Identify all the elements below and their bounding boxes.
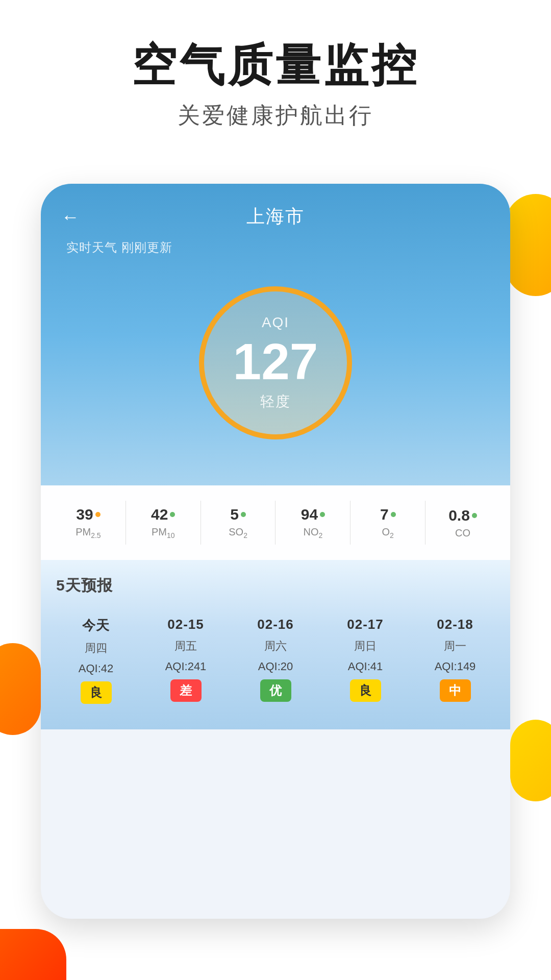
forecast-aqi-value: AQI:41: [348, 660, 383, 673]
sub-title: 关爱健康护航出行: [0, 101, 551, 131]
deco-circle-orange-top: [505, 194, 551, 296]
pollutant-dot: [241, 512, 246, 517]
aqi-circle-container: AQI 127 轻度: [41, 271, 510, 465]
nav-bar: ← 上海市: [41, 184, 510, 239]
header-area: 空气质量监控 关爱健康护航出行: [0, 0, 551, 151]
pollutant-dot: [472, 513, 477, 518]
deco-yellow-bottom-right: [510, 720, 551, 801]
pollutant-item: 7O2: [350, 501, 425, 545]
sky-section: ← 上海市 实时天气 刚刚更新 AQI 127 轻度: [41, 184, 510, 485]
forecast-grid: 今天周四AQI:42良02-15周五AQI:241差02-16周六AQI:20优…: [51, 611, 500, 709]
aqi-desc: 轻度: [260, 392, 291, 411]
forecast-col: 02-16周六AQI:20优: [231, 611, 320, 709]
pollutant-value: 94: [301, 506, 318, 523]
pollutant-value: 7: [380, 506, 389, 523]
deco-red-bottom-left: [0, 929, 66, 980]
pollutant-item: 42PM10: [126, 501, 201, 545]
back-button[interactable]: ←: [61, 206, 80, 228]
pollutant-value: 5: [230, 506, 239, 523]
forecast-date: 今天: [82, 617, 110, 634]
pollutant-name: CO: [455, 527, 470, 539]
pollutant-item: 5SO2: [201, 501, 276, 545]
aqi-label: AQI: [262, 314, 289, 331]
pollutant-value: 39: [76, 506, 93, 523]
city-name: 上海市: [246, 204, 305, 229]
pollutant-name: NO2: [304, 526, 323, 540]
pollutant-dot: [170, 512, 175, 517]
aqi-value: 127: [233, 336, 318, 387]
forecast-aqi-value: AQI:241: [165, 660, 207, 673]
forecast-col: 02-18周一AQI:149中: [410, 611, 500, 709]
pollutant-item: 0.8CO: [425, 502, 500, 544]
pollutants-section: 39PM2.542PM105SO294NO27O20.8CO: [41, 485, 510, 560]
pollutant-name: SO2: [229, 526, 247, 540]
forecast-aqi-value: AQI:149: [435, 660, 476, 673]
forecast-weekday: 周一: [444, 639, 466, 654]
forecast-col: 02-15周五AQI:241差: [141, 611, 231, 709]
forecast-date: 02-16: [257, 617, 294, 632]
forecast-date: 02-15: [167, 617, 204, 632]
forecast-badge: 良: [350, 679, 381, 702]
pollutant-name: O2: [382, 526, 394, 540]
forecast-badge: 差: [170, 679, 202, 702]
pollutant-dot: [95, 512, 101, 517]
forecast-weekday: 周日: [354, 639, 377, 654]
forecast-weekday: 周六: [264, 639, 287, 654]
forecast-section: 5天预报 今天周四AQI:42良02-15周五AQI:241差02-16周六AQ…: [41, 560, 510, 729]
main-title: 空气质量监控: [0, 41, 551, 90]
pollutant-item: 39PM2.5: [51, 501, 126, 545]
pollutant-name: PM2.5: [76, 526, 101, 540]
forecast-weekday: 周四: [85, 641, 107, 656]
forecast-badge: 优: [260, 679, 291, 702]
forecast-col: 02-17周日AQI:41良: [320, 611, 410, 709]
forecast-date: 02-17: [347, 617, 384, 632]
weather-status: 实时天气 刚刚更新: [41, 239, 510, 271]
forecast-badge: 中: [440, 679, 471, 702]
phone-card: ← 上海市 实时天气 刚刚更新 AQI 127 轻度 39PM2.542PM10…: [41, 184, 510, 919]
forecast-title: 5天预报: [51, 575, 500, 596]
forecast-col: 今天周四AQI:42良: [51, 611, 141, 709]
forecast-date: 02-18: [437, 617, 473, 632]
phone-wrapper: ← 上海市 实时天气 刚刚更新 AQI 127 轻度 39PM2.542PM10…: [41, 184, 510, 919]
pollutant-value: 42: [151, 506, 168, 523]
forecast-badge: 良: [81, 681, 112, 704]
deco-circle-orange-left: [0, 643, 41, 735]
forecast-weekday: 周五: [174, 639, 197, 654]
pollutant-value: 0.8: [448, 507, 470, 524]
pollutant-item: 94NO2: [276, 501, 350, 545]
aqi-circle: AQI 127 轻度: [199, 286, 352, 439]
forecast-aqi-value: AQI:20: [258, 660, 293, 673]
pollutant-dot: [320, 512, 325, 517]
forecast-aqi-value: AQI:42: [79, 662, 113, 675]
pollutant-dot: [391, 512, 396, 517]
pollutant-name: PM10: [152, 526, 175, 540]
